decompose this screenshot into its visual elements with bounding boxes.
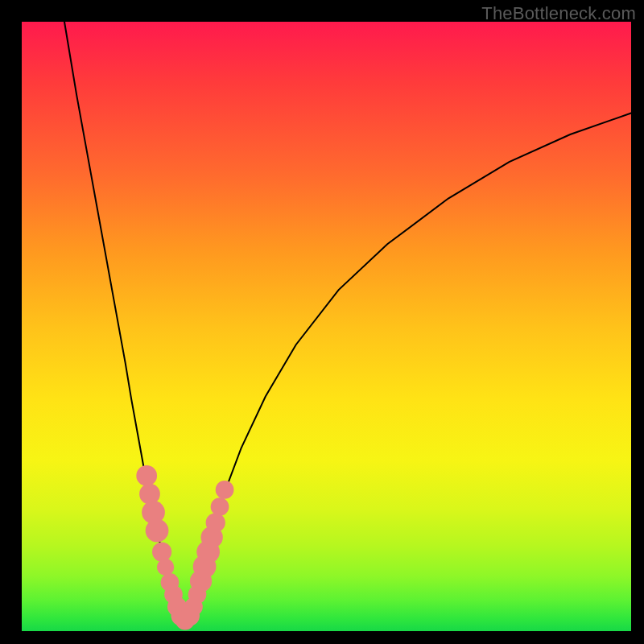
bead-18 bbox=[206, 513, 225, 532]
plot-area bbox=[22, 22, 631, 631]
bead-layer bbox=[136, 465, 233, 630]
chart-svg bbox=[22, 22, 631, 631]
bead-19 bbox=[211, 497, 229, 516]
bead-5 bbox=[157, 559, 174, 576]
bead-1 bbox=[139, 484, 160, 505]
watermark-text: TheBottleneck.com bbox=[481, 3, 636, 24]
bead-20 bbox=[216, 481, 234, 499]
bead-3 bbox=[146, 519, 169, 543]
curve-right-branch bbox=[186, 114, 631, 619]
bead-0 bbox=[136, 465, 157, 486]
bead-4 bbox=[152, 542, 171, 561]
chart-frame: TheBottleneck.com bbox=[0, 0, 644, 644]
